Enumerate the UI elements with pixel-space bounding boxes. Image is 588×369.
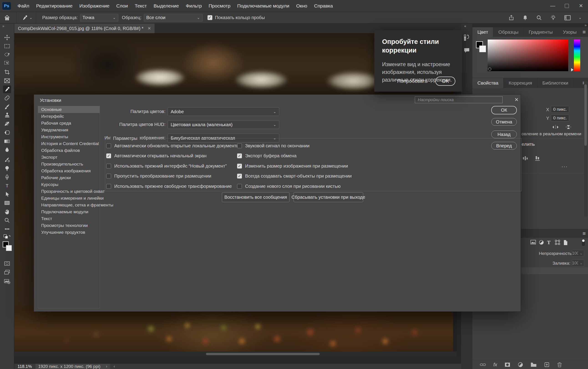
properties-scrollbar-thumb[interactable] <box>584 84 587 146</box>
checkbox[interactable] <box>237 174 242 178</box>
select-subject-icon[interactable] <box>522 155 530 161</box>
tab-color[interactable]: Цвет <box>472 27 493 37</box>
eraser-tool-icon[interactable] <box>3 129 11 136</box>
healing-brush-tool-icon[interactable] <box>3 94 11 102</box>
sidebar-item-history-content-credential[interactable]: История и Content Credential <box>38 140 100 147</box>
properties-scrollbar[interactable] <box>584 81 587 217</box>
cancel-button[interactable]: Отмена <box>491 118 517 126</box>
checkbox[interactable] <box>208 15 212 20</box>
expand-tools-icon[interactable]: » <box>2 24 4 28</box>
document-info[interactable]: 1920 пикс. x 1200 пикс. (96 ppi) › <box>35 364 110 369</box>
mixer-brush-tool-icon[interactable] <box>3 156 11 164</box>
new-layer-icon[interactable] <box>544 362 550 367</box>
eyedropper-tool-preset-icon[interactable] <box>22 15 28 21</box>
zoom-tool-icon[interactable] <box>3 216 11 224</box>
more-options-icon[interactable]: ... <box>562 163 568 168</box>
background-color-swatch[interactable] <box>479 45 486 52</box>
pref-beep-when-done[interactable]: Звуковой сигнал по окончании <box>237 143 309 148</box>
close-button[interactable]: ✕ <box>574 0 588 12</box>
sidebar-item-units-rulers[interactable]: Единицы измерения и линейки <box>38 195 100 202</box>
sidebar-item-type[interactable]: Текст <box>38 215 100 222</box>
checkbox[interactable] <box>106 164 111 168</box>
sample-size-select[interactable]: Точка ⌄ <box>80 14 118 22</box>
horizontal-scrollbar[interactable] <box>14 351 457 357</box>
more-tools-icon[interactable]: ••• <box>3 225 11 233</box>
sidebar-item-product-improvement[interactable]: Улучшение продуктов <box>38 229 100 236</box>
checkbox[interactable] <box>106 184 111 189</box>
menu-edit[interactable]: Редактирование <box>33 0 76 12</box>
path-selection-tool-icon[interactable] <box>3 191 11 198</box>
sidebar-item-file-handling[interactable]: Обработка файлов <box>38 147 100 154</box>
add-layer-mask-icon[interactable] <box>504 362 510 367</box>
menu-filter[interactable]: Фильтр <box>182 0 205 12</box>
dodge-tool-icon[interactable] <box>3 164 11 172</box>
share-image-icon[interactable] <box>3 277 11 285</box>
x-position-field[interactable]: 0 пикс. <box>551 106 569 113</box>
opacity-chevron-icon[interactable]: ⌄ <box>578 250 584 257</box>
foreground-background-colors[interactable] <box>3 241 9 253</box>
pref-export-clipboard[interactable]: Экспорт буфера обмена <box>237 153 296 158</box>
pref-legacy-free-transform[interactable]: Использовать прежнее свободное трансформ… <box>106 184 232 189</box>
y-position-field[interactable]: 0 пикс. <box>551 115 569 121</box>
history-panel-icon[interactable] <box>463 34 470 41</box>
tab-libraries[interactable]: Библиотеки <box>537 78 574 88</box>
menu-window[interactable]: Окно <box>293 0 311 12</box>
sample-select[interactable]: Все слои ⌄ <box>144 14 202 22</box>
saturation-brightness-field[interactable] <box>488 40 568 71</box>
flip-horizontal-icon[interactable] <box>552 124 559 130</box>
document-tab[interactable]: CompDeskWalCol-2968_015.jpg @ 118% (Слой… <box>14 24 155 33</box>
home-icon[interactable] <box>4 14 10 21</box>
pref-auto-show-home-screen[interactable]: Автоматически открывать начальный экран <box>106 153 206 158</box>
checkbox[interactable] <box>237 154 242 158</box>
show-sampling-ring-checkbox[interactable]: Показать кольцо пробы <box>208 15 267 20</box>
layer-effects-icon[interactable]: fx <box>493 362 497 368</box>
tab-gradients[interactable]: Градиенты <box>524 27 558 37</box>
checkbox[interactable] <box>237 144 242 148</box>
sidebar-item-performance[interactable]: Производительность <box>38 161 100 168</box>
menu-type[interactable]: Текст <box>131 0 150 12</box>
menu-select[interactable]: Выделение <box>150 0 182 12</box>
history-brush-tool-icon[interactable] <box>3 120 11 128</box>
checkbox[interactable] <box>106 154 111 158</box>
pref-skip-transform-on-place[interactable]: Пропустить преобразование при размещении <box>106 174 211 179</box>
tab-patterns[interactable]: Узоры <box>558 27 582 37</box>
zoom-level[interactable]: 118.1% <box>18 364 32 369</box>
comments-panel-icon[interactable] <box>463 47 470 54</box>
reset-all-warnings-button[interactable]: Восстановить все сообщения <box>222 192 289 202</box>
checkbox[interactable] <box>237 184 242 189</box>
panel-menu-icon[interactable]: ≡ <box>583 29 586 35</box>
checkbox[interactable] <box>106 174 111 178</box>
delete-layer-icon[interactable] <box>557 362 562 368</box>
sidebar-item-image-processing[interactable]: Обработка изображения <box>38 168 100 174</box>
notifications-bell-icon[interactable] <box>522 14 528 21</box>
search-icon[interactable] <box>536 15 542 21</box>
menu-file[interactable]: Файл <box>14 0 33 12</box>
menu-plugins[interactable]: Подключаемые модули <box>234 0 293 12</box>
screen-mode-icon[interactable] <box>3 268 11 276</box>
filter-smart-objects-icon[interactable] <box>563 240 568 246</box>
new-group-icon[interactable] <box>530 362 537 367</box>
menu-layers[interactable]: Слои <box>113 0 131 12</box>
flip-vertical-icon[interactable] <box>565 123 572 130</box>
menu-image[interactable]: Изображение <box>76 0 113 12</box>
filter-shape-layers-icon[interactable] <box>555 240 560 245</box>
lasso-tool-icon[interactable] <box>3 51 11 59</box>
preferences-search-input[interactable] <box>415 96 503 103</box>
status-collapse-icon[interactable]: ‹ <box>114 364 115 369</box>
share-icon[interactable] <box>508 14 514 21</box>
notification-try-button[interactable]: Попробовать <box>397 78 428 84</box>
frame-tool-icon[interactable] <box>3 77 11 85</box>
tab-properties[interactable]: Свойства <box>472 78 504 88</box>
pref-auto-update-docs[interactable]: Автоматически обновлять открытые локальн… <box>106 143 240 148</box>
dialog-close-icon[interactable]: ✕ <box>513 96 520 103</box>
prev-button[interactable]: Назад <box>491 131 517 138</box>
filter-adjustment-layers-icon[interactable] <box>539 240 544 245</box>
pen-tool-icon[interactable] <box>3 173 11 181</box>
tab-adjustments[interactable]: Коррекция <box>504 78 537 88</box>
blur-tool-icon[interactable] <box>3 146 11 154</box>
filter-toggle[interactable] <box>581 239 585 246</box>
menu-help[interactable]: Справка <box>311 0 336 12</box>
sidebar-item-cursors[interactable]: Курсоры <box>38 181 100 188</box>
chevron-down-icon[interactable]: ⌄ <box>29 15 32 20</box>
sidebar-item-guides-grid-slices[interactable]: Направляющие, сетка и фрагменты <box>38 202 100 208</box>
